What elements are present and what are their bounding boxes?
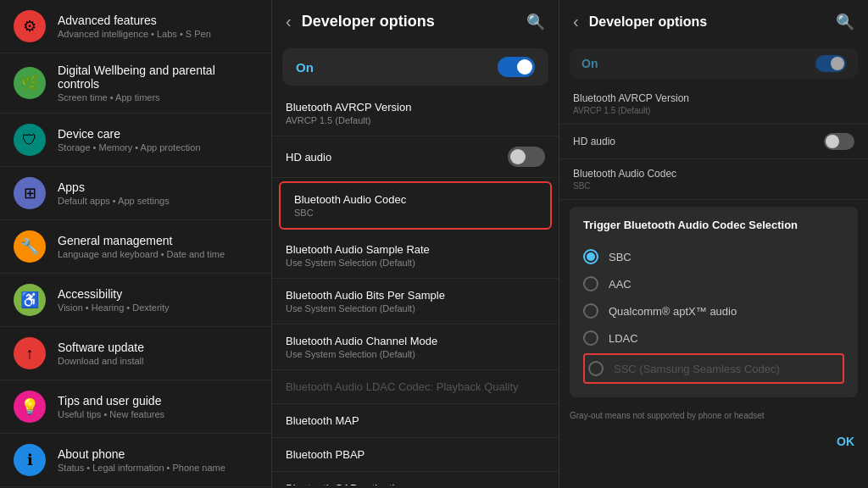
tips-subtitle: Useful tips • New features: [58, 409, 258, 419]
p3-codec-sub: SBC: [573, 181, 854, 191]
p3-avrcp-title: Bluetooth AVRCP Version: [573, 92, 854, 104]
apps-subtitle: Default apps • App settings: [58, 196, 258, 206]
settings-item-general[interactable]: 🔧 General management Language and keyboa…: [0, 220, 271, 274]
apps-title: Apps: [58, 180, 258, 194]
p3-hd-audio-toggle[interactable]: [824, 133, 854, 150]
accessibility-icon: ♿: [14, 284, 46, 316]
dev-item-sample-rate[interactable]: Bluetooth Audio Sample Rate Use System S…: [272, 233, 559, 279]
developer-settings-list: Bluetooth AVRCP Version AVRCP 1.5 (Defau…: [272, 91, 559, 485]
back-button[interactable]: ‹: [286, 12, 292, 31]
search-button[interactable]: 🔍: [526, 13, 545, 31]
general-title: General management: [58, 234, 258, 247]
dev-item-pbap[interactable]: Bluetooth PBAP: [272, 438, 559, 472]
panel3-header: ‹ Developer options 🔍: [559, 0, 868, 43]
map-title: Bluetooth MAP: [286, 414, 545, 427]
settings-panel: ⚙ Advanced features Advanced intelligenc…: [0, 0, 271, 488]
p3-codec-title: Bluetooth Audio Codec: [573, 168, 854, 180]
p3-item-hd-audio[interactable]: HD audio: [559, 125, 868, 159]
apps-icon: ⊞: [14, 177, 46, 209]
codec-selection-dialog: Trigger Bluetooth Audio Codec Selection …: [570, 207, 858, 397]
sap-title: Bluetooth SAP activation: [286, 482, 545, 485]
p3-item-avrcp[interactable]: Bluetooth AVRCP Version AVRCP 1.5 (Defau…: [559, 84, 868, 125]
dev-item-avrcp[interactable]: Bluetooth AVRCP Version AVRCP 1.5 (Defau…: [272, 91, 559, 136]
audio-codec-subtitle: SBC: [294, 208, 537, 218]
on-label: On: [296, 60, 314, 75]
settings-item-device-care[interactable]: 🛡 Device care Storage • Memory • App pro…: [0, 114, 271, 167]
wellbeing-icon: 🌿: [14, 67, 46, 99]
panel3-back-button[interactable]: ‹: [573, 12, 579, 31]
developer-on-toggle-bar: On: [282, 48, 548, 86]
advanced-features-title: Advanced features: [58, 14, 258, 27]
ldac-title: Bluetooth Audio LDAC Codec: Playback Qua…: [286, 380, 545, 393]
advanced-features-subtitle: Advanced intelligence • Labs • S Pen: [58, 29, 258, 39]
panel3-on-label: On: [581, 57, 598, 70]
hd-audio-toggle[interactable]: [508, 147, 545, 167]
dev-item-hd-audio[interactable]: HD audio: [272, 136, 559, 178]
settings-item-about[interactable]: ℹ About phone Status • Legal information…: [0, 434, 271, 487]
settings-item-software-update[interactable]: ↑ Software update Download and install: [0, 327, 271, 380]
developer-options-codec-panel: ‹ Developer options 🔍 On Bluetooth AVRCP…: [559, 0, 868, 488]
avrcp-title: Bluetooth AVRCP Version: [286, 101, 545, 114]
p3-item-audio-codec[interactable]: Bluetooth Audio Codec SBC: [559, 159, 868, 200]
dev-item-bits-per-sample[interactable]: Bluetooth Audio Bits Per Sample Use Syst…: [272, 279, 559, 324]
bits-per-sample-subtitle: Use System Selection (Default): [286, 303, 545, 313]
about-title: About phone: [58, 447, 258, 461]
ldac-label: LDAC: [609, 332, 638, 345]
aac-radio[interactable]: [583, 276, 598, 291]
ok-button[interactable]: OK: [837, 435, 854, 448]
settings-item-accessibility[interactable]: ♿ Accessibility Vision • Hearing • Dexte…: [0, 274, 271, 327]
settings-item-advanced[interactable]: ⚙ Advanced features Advanced intelligenc…: [0, 0, 271, 53]
developer-options-panel: ‹ Developer options 🔍 On Bluetooth AVRCP…: [271, 0, 559, 488]
wellbeing-subtitle: Screen time • App timers: [58, 92, 258, 103]
aptx-radio[interactable]: [583, 303, 598, 319]
channel-mode-subtitle: Use System Selection (Default): [286, 349, 545, 359]
dev-options-title: Developer options: [302, 13, 526, 30]
channel-mode-title: Bluetooth Audio Channel Mode: [286, 335, 545, 347]
ok-button-container: OK: [559, 427, 868, 456]
panel3-on-toggle[interactable]: [815, 55, 846, 72]
dev-item-map[interactable]: Bluetooth MAP: [272, 404, 559, 438]
avrcp-subtitle: AVRCP 1.5 (Default): [286, 115, 545, 125]
device-care-subtitle: Storage • Memory • App protection: [58, 142, 258, 152]
codec-option-ldac[interactable]: LDAC: [583, 324, 844, 352]
panel3-search-button[interactable]: 🔍: [836, 13, 854, 31]
settings-item-apps[interactable]: ⊞ Apps Default apps • App settings: [0, 167, 271, 220]
dev-item-sap[interactable]: Bluetooth SAP activation Default (no eff…: [272, 472, 559, 485]
dev-item-audio-codec[interactable]: Bluetooth Audio Codec SBC: [279, 181, 552, 230]
codec-option-aac[interactable]: AAC: [583, 270, 844, 297]
hd-audio-title: HD audio: [286, 151, 331, 164]
p3-hd-audio-title: HD audio: [573, 136, 615, 147]
ssc-radio[interactable]: [588, 361, 604, 376]
settings-item-tips[interactable]: 💡 Tips and user guide Useful tips • New …: [0, 380, 271, 434]
panel3-on-bar: On: [570, 48, 858, 79]
software-update-subtitle: Download and install: [58, 356, 258, 366]
wellbeing-title: Digital Wellbeing and parental controls: [58, 64, 258, 91]
ldac-radio[interactable]: [583, 330, 598, 346]
bits-per-sample-title: Bluetooth Audio Bits Per Sample: [286, 289, 545, 302]
codec-option-sbc[interactable]: SBC: [583, 243, 844, 270]
tips-icon: 💡: [14, 391, 46, 423]
advanced-features-icon: ⚙: [14, 10, 46, 42]
codec-option-ssc[interactable]: SSC (Samsung Seamless Codec): [583, 353, 844, 384]
sbc-radio[interactable]: [583, 249, 598, 264]
codec-dialog-title: Trigger Bluetooth Audio Codec Selection: [583, 219, 844, 231]
panel3-title: Developer options: [589, 14, 836, 30]
aptx-label: Qualcomm® aptX™ audio: [609, 305, 737, 318]
aac-label: AAC: [609, 278, 632, 291]
accessibility-title: Accessibility: [58, 287, 258, 301]
settings-item-wellbeing[interactable]: 🌿 Digital Wellbeing and parental control…: [0, 53, 271, 114]
tips-title: Tips and user guide: [58, 394, 258, 408]
accessibility-subtitle: Vision • Hearing • Dexterity: [58, 302, 258, 313]
device-care-title: Device care: [58, 127, 258, 141]
pbap-title: Bluetooth PBAP: [286, 448, 545, 461]
codec-option-aptx[interactable]: Qualcomm® aptX™ audio: [583, 297, 844, 324]
software-update-title: Software update: [58, 341, 258, 354]
sbc-label: SBC: [609, 251, 632, 263]
general-subtitle: Language and keyboard • Date and time: [58, 249, 258, 259]
dev-item-channel-mode[interactable]: Bluetooth Audio Channel Mode Use System …: [272, 324, 559, 370]
ssc-label: SSC (Samsung Seamless Codec): [614, 363, 780, 375]
about-subtitle: Status • Legal information • Phone name: [58, 463, 258, 473]
audio-codec-title: Bluetooth Audio Codec: [294, 193, 537, 206]
dev-item-ldac: Bluetooth Audio LDAC Codec: Playback Qua…: [272, 370, 559, 404]
developer-toggle[interactable]: [498, 57, 535, 77]
